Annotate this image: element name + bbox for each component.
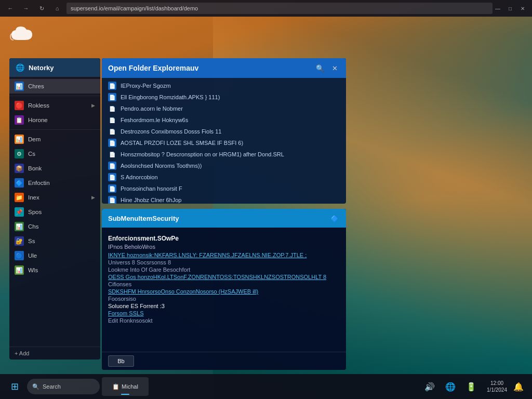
file-icon: 📄 xyxy=(108,104,116,113)
nav-item-icon: 🔷 xyxy=(15,178,24,188)
file-item[interactable]: 📄 S Adnorcobion xyxy=(102,171,346,183)
file-item[interactable]: 📄 Destrozons Conxibmoss Dosss Fiols 11 xyxy=(102,126,346,137)
forward-button[interactable]: → xyxy=(20,2,32,15)
sidebar-item-inex[interactable]: 📁 Inex ▶ xyxy=(9,190,100,205)
file-item[interactable]: 📄 Aoolsnchsed Noroms Toothms)) xyxy=(102,160,346,171)
home-button[interactable]: ⌂ xyxy=(51,2,63,15)
sub-panel-icon[interactable]: 🔷 xyxy=(329,213,340,223)
sidebar-item-cs[interactable]: ⚙ Cs xyxy=(9,147,100,161)
close-button[interactable]: ✕ xyxy=(517,3,528,14)
file-item[interactable]: 📄 Hine Jhobz Clner 6hJop xyxy=(102,194,346,204)
file-item[interactable]: 📄 Honszmobsitop ? Descronsption on or HR… xyxy=(102,149,346,160)
file-name: Aoolsnchsed Noroms Toothms)) xyxy=(121,163,202,169)
sidebar-item-chs[interactable]: 📊 Chs xyxy=(9,219,100,234)
url-bar[interactable]: supersend.io/email/campaign/list/dashboa… xyxy=(66,3,493,14)
file-item[interactable]: 📄 Pendro.acorn le Nobmer xyxy=(102,103,346,114)
file-item[interactable]: 📄 Ell Eingborong Romzidath.APKS } 111) xyxy=(102,91,346,103)
refresh-button[interactable]: ↻ xyxy=(35,2,48,15)
sub-panel: SubMenuItemSecurity 🔷 Enforcionsment.SOw… xyxy=(102,209,346,370)
taskbar-active-app[interactable]: 📋 Michal xyxy=(102,377,149,396)
start-button[interactable]: ⊞ xyxy=(4,377,25,396)
active-app-icon: 📋 xyxy=(112,383,119,390)
section5-sub[interactable]: Forsom SSLS xyxy=(108,310,340,316)
file-name: Feshordmom.le Hoknyw6s xyxy=(121,117,188,123)
main-panel-actions: 🔍 ✕ xyxy=(315,63,340,73)
tray-icon-battery[interactable]: 🔋 xyxy=(462,377,481,396)
section4-link[interactable]: SDKSHFM HnrsorsoOnso ConzonNosorso (HzSA… xyxy=(108,288,340,295)
section5-value: Soluone ES Forrent :3 xyxy=(108,303,340,309)
sidebar-item-wls[interactable]: 📊 Wls xyxy=(9,263,100,277)
section3-link[interactable]: OESS Gos honzoHKol.LTSonF.ZONRENNTOSS:TO… xyxy=(108,274,340,280)
sidebar-item-ule[interactable]: 🔵 Ule xyxy=(9,248,100,263)
explorer-title: Netorky xyxy=(29,64,54,72)
file-icon: 📄 xyxy=(108,173,116,181)
file-icon: 📄 xyxy=(108,127,116,136)
sidebar-item-horone[interactable]: 📋 Horone xyxy=(9,113,100,127)
sidebar-item-rokless[interactable]: 🔴 Rokless ▶ xyxy=(9,98,100,113)
sub-panel-title: SubMenuItemSecurity xyxy=(108,215,179,222)
sub-panel-header: SubMenuItemSecurity 🔷 xyxy=(102,209,346,228)
close-panel-button[interactable]: ✕ xyxy=(329,63,340,73)
search-bar[interactable]: 🔍 Search xyxy=(27,379,100,394)
tray-icon-1[interactable]: 🔊 xyxy=(420,377,439,396)
back-button[interactable]: ← xyxy=(4,2,17,15)
nav-item-label: Enfoctin xyxy=(28,180,95,186)
active-app-label: Michal xyxy=(122,383,138,390)
file-name: Pronsoinchan hsnorsit F xyxy=(121,185,182,192)
nav-item-label: Chres xyxy=(28,83,95,89)
sidebar-item-dem[interactable]: 📊 Dem xyxy=(9,132,100,147)
file-name: AOSTAL PRZOFI LOZE SHL SMSAE IF BSFI 6) xyxy=(121,140,243,146)
main-panel-header: Open Folder Exploremauv 🔍 ✕ xyxy=(102,58,346,78)
system-clock[interactable]: 12:00 1/1/2024 xyxy=(487,380,507,393)
file-icon: 📄 xyxy=(108,82,116,90)
maximize-button[interactable]: □ xyxy=(505,3,515,14)
main-panel-title: Open Folder Exploremauv xyxy=(108,64,198,72)
nav-item-label: Dem xyxy=(28,136,95,142)
nav-item-label: Bonk xyxy=(28,165,95,171)
nav-item-label: Spos xyxy=(28,209,95,215)
explorer-header-icon: 🌐 xyxy=(16,63,24,72)
onedrive-icon[interactable] xyxy=(8,21,33,46)
section1-sub: IPnos BeholoWros xyxy=(108,244,340,250)
window-controls: — □ ✕ xyxy=(493,3,528,14)
file-item[interactable]: 📄 Feshordmom.le Hoknyw6s xyxy=(102,114,346,126)
search-panel-button[interactable]: 🔍 xyxy=(315,63,325,73)
file-item[interactable]: 📄 IEProxy-Per Sgozm xyxy=(102,80,346,91)
file-icon: 📄 xyxy=(108,116,116,124)
file-item[interactable]: 📄 Pronsoinchan hsnorsit F xyxy=(102,183,346,194)
system-tray: 🔊 🌐 🔋 xyxy=(416,377,485,396)
search-label: Search xyxy=(43,383,61,390)
sidebar-item-bonk[interactable]: 📦 Bonk xyxy=(9,161,100,176)
explorer-panel: 🌐 Netorky 📊 Chres 🔴 Rokless ▶ 📋 Horone 📊… xyxy=(9,58,100,360)
section2-link[interactable]: IKNYE hoznonsik:NKFARS.LNSLY: FZARENNS.J… xyxy=(108,252,340,258)
nav-item-icon: 📊 xyxy=(15,82,24,91)
file-item[interactable]: 📄 AOSTAL PRZOFI LOZE SHL SMSAE IF BSFI 6… xyxy=(102,137,346,149)
file-name: Hine Jhobz Clner 6hJop xyxy=(121,197,181,203)
nav-item-label: Chs xyxy=(28,223,95,230)
clock-time: 12:00 xyxy=(490,380,503,387)
sidebar-item-chres[interactable]: 📊 Chres xyxy=(9,79,100,94)
file-name: Honszmobsitop ? Descronsption on or HRGM… xyxy=(121,151,284,157)
file-name: Destrozons Conxibmoss Dosss Fiols 11 xyxy=(121,128,221,135)
nav-item-icon: 📌 xyxy=(15,207,24,217)
sidebar-item-enfoctin[interactable]: 🔷 Enfoctin xyxy=(9,176,100,190)
sidebar-item-spos[interactable]: 📌 Spos xyxy=(9,205,100,219)
nav-item-icon: 🔵 xyxy=(15,251,24,260)
notification-button[interactable]: 🔔 xyxy=(509,377,528,396)
nav-add-button[interactable]: + Add xyxy=(9,347,100,360)
file-icon: 📄 xyxy=(108,184,116,193)
sub-bottom xyxy=(102,352,346,370)
section5-label: Foosorsiso xyxy=(108,296,340,302)
sub-bottom-input[interactable] xyxy=(108,355,134,367)
nav-item-icon: 🔴 xyxy=(15,101,24,110)
nav-item-arrow: ▶ xyxy=(91,103,95,108)
file-icon: 📄 xyxy=(108,196,116,204)
nav-item-icon: 📦 xyxy=(15,164,24,173)
nav-item-arrow: ▶ xyxy=(91,195,95,200)
sidebar-item-ss[interactable]: 🔐 Ss xyxy=(9,234,100,248)
taskbar-bottom: ⊞ 🔍 Search 📋 Michal 🔊 🌐 🔋 12:00 1/1/2024… xyxy=(0,374,532,399)
nav-item-label: Ule xyxy=(28,252,95,259)
sub-panel-content: Enforcionsment.SOwPe IPnos BeholoWros IK… xyxy=(102,228,346,352)
tray-icon-2[interactable]: 🌐 xyxy=(441,377,460,396)
minimize-button[interactable]: — xyxy=(493,3,503,14)
